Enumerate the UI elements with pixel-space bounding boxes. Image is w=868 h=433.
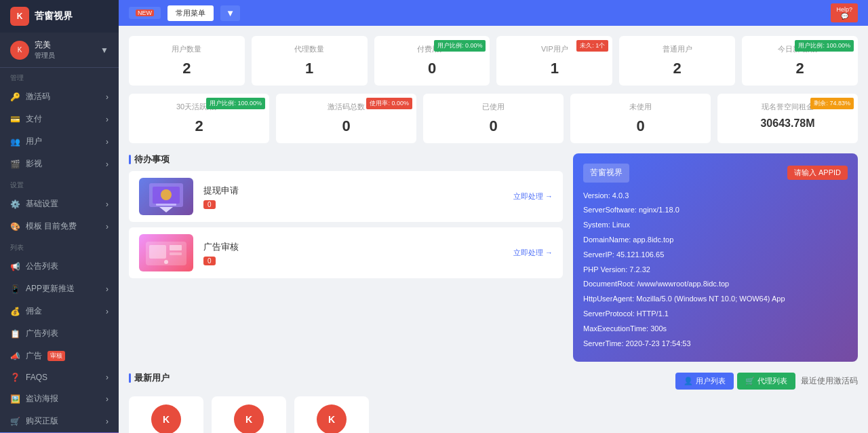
todo-action-1[interactable]: 立即处理 → — [513, 248, 553, 258]
chevron-icon-2: › — [106, 115, 108, 124]
svg-rect-7 — [170, 252, 182, 255]
todo-item-withdrawal: 提现申请 0 立即处理 → — [129, 171, 563, 222]
stat-value-0: 2 — [137, 60, 237, 77]
sidebar-item-rebate[interactable]: 💰 佣金 › — [0, 300, 119, 322]
todo-name-1: 广告审核 — [203, 241, 503, 253]
sidebar-item-template[interactable]: 🎨 模板 目前免费 › — [0, 215, 119, 238]
sidebar-label-faq: FAQS — [26, 373, 47, 382]
svg-point-2 — [161, 189, 172, 200]
agent-tab-icon: 🛒 — [745, 377, 755, 385]
stats-row-2: 用户比例: 100.00% 30天活跃用户 2 使用率: 0.00% 激活码总数… — [129, 94, 858, 143]
stat-label-1: 代理数量 — [260, 44, 359, 54]
sidebar-item-ad-badge[interactable]: 📣 广告 审核 — [0, 345, 119, 367]
app-title: 苦窗视界 — [35, 10, 73, 22]
sidebar-item-ad-list[interactable]: 📢 公告列表 — [0, 255, 119, 278]
gear-icon: ⚙️ — [10, 200, 20, 209]
sidebar-label-template: 模板 目前免费 — [26, 221, 77, 232]
sidebar-item-app-update[interactable]: 📱 APP更新推送 › — [0, 278, 119, 300]
stat-value-3: 1 — [505, 60, 604, 77]
chevron-icon-10: › — [106, 394, 108, 404]
stat-badge-r2-1: 使用率: 0.00% — [366, 98, 412, 109]
rebate-icon: 💰 — [10, 307, 20, 316]
stat-used: 已使用 0 — [423, 94, 564, 143]
sidebar-label-ad-review-list: 广告列表 — [26, 328, 58, 339]
stat-normal-users: 普通用户 2 — [619, 36, 735, 86]
server-domain: DomainName: app.8idc.top — [583, 233, 848, 247]
server-header: 苦窗视界 请输入 APPID — [583, 164, 848, 183]
server-system: System: Linux — [583, 219, 848, 232]
stat-value-r2-0: 2 — [137, 117, 261, 135]
user-cards-list: K 173****5972 01 21 11:03:14 K 186****07… — [129, 396, 858, 433]
stat-value-r2-1: 0 — [284, 117, 408, 135]
chat-icon: 💬 — [841, 13, 848, 20]
sidebar-label-users: 用户 — [26, 136, 42, 147]
sidebar-label-basic: 基础设置 — [26, 198, 58, 210]
stat-badge-r2-0: 用户比例: 100.00% — [206, 98, 265, 109]
title-bar — [129, 155, 131, 164]
sidebar-item-payment[interactable]: 💳 支付 › — [0, 108, 119, 130]
sidebar-label-activation: 激活码 — [26, 91, 50, 102]
user-list-tab[interactable]: 👤 用户列表 — [675, 373, 734, 390]
ad-icon: 📋 — [10, 329, 20, 339]
stat-today-new-users: 用户比例: 100.00% 今日新增用户 2 — [742, 36, 858, 86]
stat-badge-5: 用户比例: 100.00% — [795, 40, 854, 52]
logo-icon: K — [10, 7, 29, 26]
sidebar-item-consulting[interactable]: 🖼️ 盗访海报 › — [0, 388, 119, 410]
main-content: NEW 常用菜单 ▼ Help? 💬 用户数量 2 代理数量 1 用户比例: 0… — [119, 0, 868, 433]
sidebar-item-ad-review-list[interactable]: 📋 广告列表 — [0, 322, 119, 345]
ad-badge-icon: 📣 — [10, 352, 20, 361]
user-card-2: K adm**** 01 21 00:00:00 — [294, 396, 369, 433]
chevron-icon-7: › — [106, 284, 108, 294]
dropdown-button[interactable]: ▼ — [220, 5, 240, 21]
user-profile[interactable]: K 完美 管理员 ▼ — [0, 33, 119, 68]
manage-section-label: 管理 — [0, 68, 119, 86]
chevron-icon-11: › — [106, 417, 108, 426]
title-bar-2 — [129, 373, 131, 383]
update-icon: 📱 — [10, 284, 20, 294]
stat-value-2: 0 — [382, 60, 482, 77]
sidebar-label-ad: 广告 — [26, 350, 42, 362]
server-ip: ServerIP: 45.121.106.65 — [583, 248, 848, 262]
todo-text-ad: 广告审核 0 — [203, 241, 503, 265]
sidebar-item-activation[interactable]: 🔑 激活码 › — [0, 86, 119, 108]
new-users-title: 最新用户 — [129, 372, 170, 384]
dashboard-content: 用户数量 2 代理数量 1 用户比例: 0.00% 付费用户 0 未久: 1个 … — [119, 26, 868, 433]
svg-rect-5 — [149, 245, 166, 259]
svg-rect-3 — [156, 204, 176, 206]
stat-value-1: 1 — [260, 60, 359, 77]
sidebar-item-basic[interactable]: ⚙️ 基础设置 › — [0, 193, 119, 215]
chevron-icon-4: › — [106, 159, 108, 169]
activation-label: 最近使用激活码 — [801, 375, 858, 387]
stat-user-count: 用户数量 2 — [129, 36, 245, 86]
help-button[interactable]: Help? 💬 — [831, 3, 858, 22]
stat-badge-2: 用户比例: 0.00% — [434, 40, 486, 52]
server-protocol: ServerProtocol: HTTP/1.1 — [583, 307, 848, 321]
sidebar-label-ad-list: 公告列表 — [26, 261, 58, 272]
stat-storage: 剩余: 74.83% 现名誉空间租金 30643.78M — [717, 94, 858, 143]
ad-review-badge: 审核 — [47, 351, 65, 361]
sidebar-item-faq[interactable]: ❓ FAQS › — [0, 367, 119, 388]
chevron-icon-8: › — [106, 307, 108, 316]
key-icon: 🔑 — [10, 92, 20, 102]
sidebar-label-media: 影视 — [26, 158, 42, 170]
agent-tab-label: 代理列表 — [757, 376, 787, 386]
poster-icon: 🖼️ — [10, 394, 20, 404]
appid-button[interactable]: 请输入 APPID — [787, 166, 848, 180]
sidebar-item-users[interactable]: 👥 用户 › — [0, 130, 119, 153]
common-menu-button[interactable]: 常用菜单 — [167, 5, 214, 21]
stat-value-r2-2: 0 — [431, 117, 555, 135]
topnav: NEW 常用菜单 ▼ Help? 💬 — [119, 0, 868, 26]
stat-paid-users: 用户比例: 0.00% 付费用户 0 — [374, 36, 490, 86]
server-php: PHP Version: 7.2.32 — [583, 263, 848, 277]
bottom-header: 最新用户 👤 用户列表 🛒 代理列表 最近使用激活码 — [129, 372, 858, 390]
sidebar-item-purchase[interactable]: 🛒 购买正版 › — [0, 410, 119, 432]
sidebar-item-media[interactable]: 🎬 影视 › — [0, 153, 119, 175]
media-icon: 🎬 — [10, 159, 20, 169]
stat-unused: 未使用 0 — [570, 94, 711, 143]
new-button[interactable]: NEW — [129, 7, 161, 19]
todo-text-withdrawal: 提现申请 0 — [203, 185, 503, 209]
todo-action-0[interactable]: 立即处理 → — [513, 191, 553, 202]
user-card-0: K 173****5972 01 21 11:03:14 — [129, 396, 203, 433]
template-icon: 🎨 — [10, 222, 20, 231]
agent-list-tab[interactable]: 🛒 代理列表 — [737, 373, 795, 390]
